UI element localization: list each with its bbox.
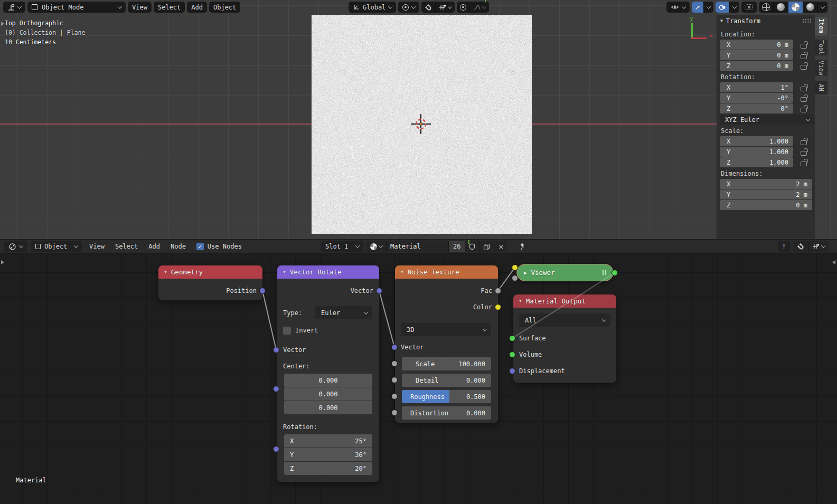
overlays-dropdown[interactable]	[729, 2, 739, 13]
tab-item[interactable]: Item	[815, 17, 827, 35]
center-y-field[interactable]: 0.000	[284, 387, 372, 401]
socket-vector-rotate-vector-out[interactable]	[376, 288, 382, 294]
show-overlays-toggle[interactable]	[716, 2, 729, 13]
collapse-icon[interactable]: ▼	[519, 299, 522, 303]
roughness-slider[interactable]: Roughness0.500	[402, 390, 491, 403]
socket-noise-detail-in[interactable]	[391, 377, 398, 383]
node-vector-rotate[interactable]: ▼ Vector Rotate Vector Type: Euler Inver…	[277, 265, 379, 482]
editor-type-button[interactable]	[4, 241, 27, 252]
dimensions-x-field[interactable]: X2 m	[720, 179, 812, 189]
output-target-dropdown[interactable]: All	[519, 313, 610, 327]
lock-icon[interactable]	[801, 87, 807, 91]
menu-node[interactable]: Node	[167, 243, 189, 250]
menu-add[interactable]: Add	[145, 243, 163, 250]
rotation-z-field[interactable]: Z20°	[284, 462, 372, 475]
location-z-field[interactable]: Z0 m	[720, 61, 793, 71]
shading-dropdown[interactable]	[817, 2, 827, 13]
transform-orientation-dropdown[interactable]: Global	[349, 2, 396, 13]
menu-add[interactable]: Add	[187, 2, 207, 13]
socket-noise-vector-in[interactable]	[391, 344, 398, 350]
menu-object[interactable]: Object	[209, 2, 240, 13]
pivot-point-dropdown[interactable]	[398, 2, 419, 13]
socket-vector-rotate-center-in[interactable]	[273, 386, 279, 392]
invert-checkbox[interactable]	[283, 327, 291, 335]
noise-dimensions-dropdown[interactable]: 3D	[401, 323, 491, 336]
socket-viewer-strength-in[interactable]	[512, 275, 518, 281]
lock-icon[interactable]	[801, 54, 807, 59]
gizmo-dropdown[interactable]	[703, 2, 713, 13]
snap-toggle-button[interactable]	[793, 241, 808, 252]
socket-viewer-color-in[interactable]	[512, 264, 518, 271]
shading-rendered-button[interactable]	[803, 2, 817, 13]
socket-viewer-out[interactable]	[612, 270, 618, 276]
panel-collapse-icon[interactable]: ▼	[720, 18, 723, 23]
shader-node-canvas[interactable]: ▼ Geometry Position ▼ Vector Rotate Vect…	[0, 254, 837, 504]
rotate-type-dropdown[interactable]: Euler	[315, 306, 372, 319]
go-to-parent-node-tree-button[interactable]: ↑	[778, 241, 790, 252]
navigation-axes-gizmo[interactable]: y x	[681, 17, 713, 43]
mode-dropdown[interactable]: Object Mode	[27, 2, 126, 13]
socket-noise-color-out[interactable]	[495, 304, 501, 310]
node-geometry[interactable]: ▼ Geometry Position	[158, 265, 262, 300]
sidebar-expand-arrow-icon[interactable]	[832, 260, 835, 264]
fake-user-button[interactable]	[465, 241, 479, 252]
snap-toggle-button[interactable]	[421, 2, 435, 13]
location-x-field[interactable]: X0 m	[720, 40, 793, 50]
show-object-types-dropdown[interactable]	[666, 2, 690, 13]
menu-view[interactable]: View	[128, 2, 152, 13]
unlink-button[interactable]: ×	[494, 241, 507, 252]
3d-viewport[interactable]: Top Orthographic (0) Collection | Plane …	[0, 0, 837, 239]
show-gizmo-toggle[interactable]: ↗	[692, 2, 703, 13]
browse-material-dropdown[interactable]	[366, 241, 387, 252]
xray-toggle[interactable]	[741, 2, 757, 13]
shading-material-preview-button[interactable]	[788, 2, 803, 13]
dimensions-y-field[interactable]: Y2 m	[720, 189, 812, 199]
toolbar-expand-arrow-icon[interactable]	[1, 260, 4, 264]
socket-vector-rotate-vector-in[interactable]	[273, 347, 279, 353]
tab-an[interactable]: AN	[815, 81, 827, 94]
menu-select[interactable]: Select	[154, 2, 185, 13]
lock-icon[interactable]	[801, 151, 807, 156]
material-name-field[interactable]: Material	[387, 241, 449, 252]
expand-icon[interactable]: ▶	[524, 270, 526, 275]
detail-field[interactable]: Detail0.000	[402, 374, 491, 387]
socket-noise-scale-in[interactable]	[391, 360, 398, 367]
node-material-output[interactable]: ▼ Material Output All Surface Volume Dis…	[513, 294, 616, 383]
socket-noise-roughness-in[interactable]	[391, 393, 398, 400]
collapse-icon[interactable]: ▼	[401, 270, 403, 274]
lock-icon[interactable]	[801, 108, 807, 112]
location-y-field[interactable]: Y0 m	[720, 50, 793, 60]
material-slot-dropdown[interactable]: Slot 1	[321, 241, 363, 252]
shading-wireframe-button[interactable]	[759, 2, 773, 13]
center-z-field[interactable]: 0.000	[284, 401, 372, 414]
socket-material-output-volume-in[interactable]	[509, 351, 515, 358]
socket-material-output-surface-in[interactable]	[509, 335, 515, 341]
rotation-y-field[interactable]: Y-0°	[720, 93, 793, 103]
toolbar-expand-arrow-icon[interactable]	[1, 22, 4, 26]
material-users-button[interactable]: 26	[449, 241, 465, 252]
socket-vector-rotate-rotation-in[interactable]	[273, 446, 279, 452]
socket-geometry-position-out[interactable]	[259, 288, 266, 294]
rotation-z-field[interactable]: Z-0°	[720, 103, 793, 113]
scale-y-field[interactable]: Y1.000	[720, 147, 793, 157]
scale-x-field[interactable]: X1.000	[720, 136, 793, 146]
lock-icon[interactable]	[801, 44, 807, 49]
lock-icon[interactable]	[801, 97, 807, 102]
node-viewer[interactable]: ▶ Viewer	[516, 264, 614, 281]
lock-icon[interactable]	[801, 161, 807, 166]
lock-icon[interactable]	[801, 140, 807, 145]
snap-target-dropdown[interactable]	[435, 2, 455, 13]
pin-button[interactable]	[518, 243, 525, 250]
socket-noise-distortion-in[interactable]	[391, 410, 398, 416]
socket-material-output-displacement-in[interactable]	[509, 368, 515, 374]
editor-type-button[interactable]	[3, 2, 25, 13]
panel-drag-handle-icon[interactable]	[802, 18, 812, 23]
proportional-editing-toggle[interactable]	[457, 2, 469, 13]
menu-view[interactable]: View	[86, 243, 108, 250]
tab-tool[interactable]: Tool	[815, 40, 827, 55]
menu-select[interactable]: Select	[112, 243, 141, 250]
scale-field[interactable]: Scale100.000	[402, 357, 491, 370]
shading-solid-button[interactable]	[773, 2, 788, 13]
use-nodes-checkbox[interactable]: ✓ Use Nodes	[196, 243, 242, 250]
tab-view[interactable]: View	[815, 60, 827, 76]
